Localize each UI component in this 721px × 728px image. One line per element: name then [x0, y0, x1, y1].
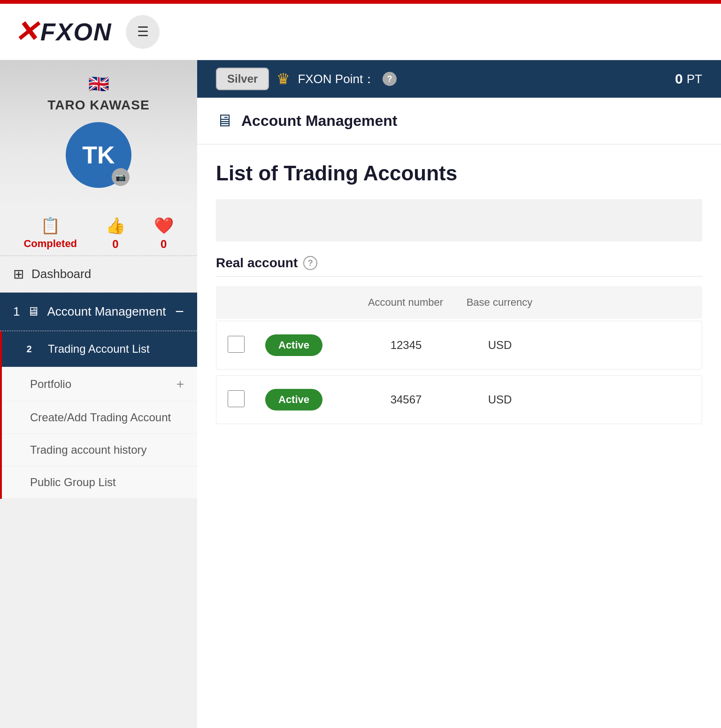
real-account-title: Real account [216, 256, 298, 271]
row2-checkbox-cell [228, 390, 265, 409]
silver-badge: Silver [216, 68, 269, 90]
stat-completed: 📋 Completed [23, 216, 77, 251]
row2-status-cell: Active [265, 389, 359, 410]
camera-icon: 📷 [115, 172, 126, 182]
sidebar-item-portfolio[interactable]: Portfolio + [2, 367, 197, 402]
favorites-value: 0 [161, 238, 167, 251]
create-account-label: Create/Add Trading Account [30, 411, 171, 424]
sidebar: 🇬🇧 TARO KAWASE TK 📷 📋 Completed 👍 0 ❤️ 0 [0, 60, 197, 728]
col-status-header [265, 296, 359, 309]
header-left: Silver ♛ FXON Point： ? [216, 68, 397, 90]
sidebar-item-create-trading-account[interactable]: Create/Add Trading Account [2, 402, 197, 434]
real-account-header: Real account ? [216, 256, 702, 277]
crown-icon: ♛ [276, 70, 290, 88]
trading-list-badge: 2 [21, 341, 38, 357]
header: ✕ FXON ☰ [0, 4, 721, 60]
col-base-currency-header: Base currency [453, 296, 546, 309]
content-header-bar: Silver ♛ FXON Point： ? 0 PT [197, 60, 721, 98]
stat-likes: 👍 0 [106, 216, 125, 251]
row2-base-currency: USD [453, 393, 547, 406]
fxon-point-label: FXON Point： [298, 71, 375, 87]
user-name: TARO KAWASE [9, 98, 188, 113]
row2-status-badge: Active [265, 389, 322, 410]
monitor-icon: 🖥 [27, 304, 39, 319]
section-monitor-icon: 🖥 [216, 111, 233, 131]
stat-favorites: ❤️ 0 [154, 216, 174, 251]
sidebar-item-trading-account-history[interactable]: Trading account history [2, 434, 197, 466]
row1-status-badge: Active [265, 334, 322, 356]
row1-checkbox-cell [228, 336, 265, 355]
dashboard-label: Dashboard [31, 267, 91, 281]
sub-nav: 2 Trading Account List Portfolio + Creat… [0, 331, 197, 499]
row1-status-cell: Active [265, 334, 359, 356]
fxon-help-icon[interactable]: ? [383, 72, 397, 86]
section-title: Account Management [241, 112, 397, 130]
menu-button[interactable]: ☰ [126, 15, 160, 49]
logo-name: FXON [40, 18, 112, 46]
sidebar-nav: ⊞ Dashboard 1 🖥 Account Management − 2 T… [0, 256, 197, 499]
point-value: 0 [675, 71, 683, 87]
content: Silver ♛ FXON Point： ? 0 PT 🖥 Account Ma… [197, 60, 721, 728]
col-extra-header [546, 296, 691, 309]
flag-icon: 🇬🇧 [9, 74, 188, 94]
row1-base-currency: USD [453, 339, 547, 352]
row1-account-number: 12345 [359, 339, 453, 352]
sidebar-item-account-management[interactable]: 1 🖥 Account Management − [0, 293, 197, 331]
col-checkbox-header [227, 296, 265, 309]
sidebar-item-dashboard[interactable]: ⊞ Dashboard [0, 256, 197, 293]
camera-button[interactable]: 📷 [112, 168, 130, 186]
public-group-label: Public Group List [30, 476, 116, 489]
trading-history-label: Trading account history [30, 443, 147, 457]
collapse-icon: − [175, 303, 184, 320]
logo-x-icon: ✕ [14, 17, 38, 46]
row2-checkbox[interactable] [228, 390, 245, 407]
dashboard-icon: ⊞ [13, 266, 24, 282]
portfolio-label: Portfolio [30, 378, 71, 391]
real-account-help-icon[interactable]: ? [303, 256, 317, 270]
completed-value: Completed [23, 238, 77, 250]
portfolio-expand-icon: + [176, 377, 184, 392]
main-content: List of Trading Accounts Real account ? … [197, 145, 721, 447]
likes-value: 0 [112, 238, 118, 251]
logo-area: ✕ FXON ☰ [14, 15, 160, 49]
table-row: Active 34567 USD [216, 375, 702, 424]
section-header: 🖥 Account Management [197, 98, 721, 145]
table-row: Active 12345 USD [216, 321, 702, 370]
pt-label: PT [687, 72, 702, 86]
heart-icon: ❤️ [154, 216, 174, 235]
filter-bar [216, 199, 702, 241]
trading-account-list-label: Trading Account List [48, 342, 150, 356]
top-bar [0, 0, 721, 4]
hamburger-icon: ☰ [137, 24, 149, 39]
main-layout: 🇬🇧 TARO KAWASE TK 📷 📋 Completed 👍 0 ❤️ 0 [0, 60, 721, 728]
table-header: Account number Base currency [216, 286, 702, 319]
sidebar-item-public-group-list[interactable]: Public Group List [2, 466, 197, 499]
row2-account-number: 34567 [359, 393, 453, 406]
page-title: List of Trading Accounts [216, 162, 702, 185]
completed-icon: 📋 [40, 216, 60, 235]
account-mgmt-badge: 1 [13, 304, 20, 319]
sidebar-item-trading-account-list[interactable]: 2 Trading Account List [2, 331, 197, 367]
logo: ✕ FXON [14, 17, 112, 46]
account-mgmt-label: Account Management [47, 304, 166, 319]
avatar-wrap: TK 📷 [66, 122, 131, 188]
sidebar-profile: 🇬🇧 TARO KAWASE TK 📷 [0, 60, 197, 209]
profile-stats: 📋 Completed 👍 0 ❤️ 0 [0, 209, 197, 256]
row1-checkbox[interactable] [228, 336, 245, 353]
thumbsup-icon: 👍 [106, 216, 125, 235]
col-account-number-header: Account number [359, 296, 453, 309]
